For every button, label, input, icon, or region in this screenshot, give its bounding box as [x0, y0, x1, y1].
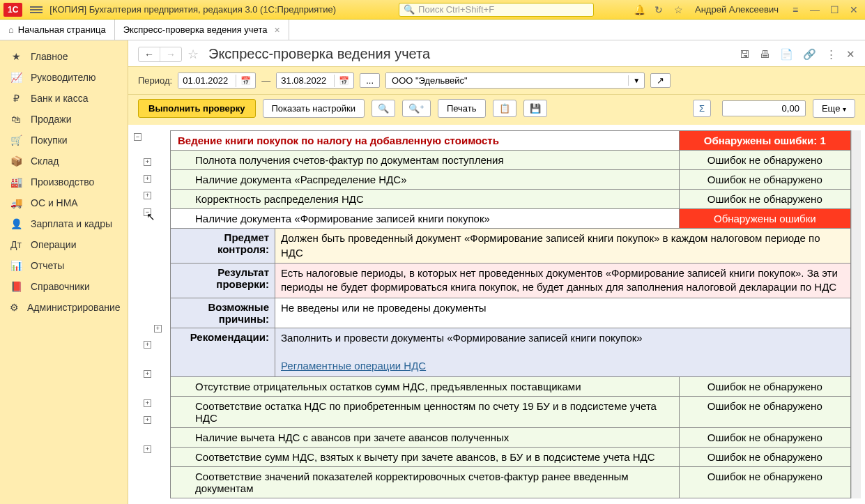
run-check-button[interactable]: Выполнить проверку — [138, 99, 256, 118]
sidebar-item[interactable]: 🏭Производство — [0, 171, 128, 192]
sum-icon[interactable]: Σ — [693, 100, 711, 117]
sidebar-icon: ₽ — [10, 93, 22, 104]
close-icon[interactable]: ✕ — [848, 4, 859, 15]
sidebar-item[interactable]: 📈Руководителю — [0, 67, 128, 88]
date-to-input[interactable] — [277, 73, 334, 88]
calendar-icon[interactable]: 📅 — [236, 75, 255, 87]
sidebar-icon: 📦 — [10, 155, 22, 167]
favorite-icon[interactable]: ☆ — [187, 47, 199, 62]
nav-arrows: ← → — [138, 47, 182, 62]
tree-expand-icon[interactable]: + — [144, 416, 151, 424]
nav-back-icon[interactable]: ← — [139, 47, 160, 61]
tree-expand-icon[interactable]: + — [144, 158, 151, 166]
history-icon[interactable]: ↻ — [653, 4, 664, 15]
sum-value: 0,00 — [722, 100, 806, 116]
calendar-icon[interactable]: 📅 — [334, 75, 353, 87]
menu-icon[interactable] — [30, 5, 43, 15]
sidebar-icon: 📊 — [10, 260, 22, 271]
check-name: Наличие документа «Формирование записей … — [171, 209, 680, 229]
logo-1c: 1C — [3, 3, 22, 17]
save-icon[interactable]: 🖫 — [740, 48, 750, 61]
detail-label: Предмет контроля: — [171, 229, 275, 264]
check-name: Полнота получения счетов-фактур по докум… — [171, 151, 680, 170]
tree-collapse-icon[interactable]: − — [134, 133, 141, 141]
detail-row: Рекомендации: Заполнить и провести докум… — [171, 328, 851, 376]
user-name[interactable]: Андрей Алексеевич — [695, 4, 779, 15]
home-icon: ⌂ — [8, 24, 14, 35]
print-button[interactable]: Печать — [438, 99, 486, 118]
recommendation-link[interactable]: Регламентные операции НДС — [281, 360, 426, 372]
maximize-icon[interactable]: ☐ — [829, 4, 840, 15]
sidebar-label: Руководителю — [31, 72, 95, 83]
global-search[interactable]: 🔍 Поиск Ctrl+Shift+F — [399, 3, 594, 17]
close-panel-icon[interactable]: ✕ — [846, 48, 855, 61]
preview-icon[interactable]: 📋 — [493, 100, 516, 117]
tree-collapse-icon[interactable]: − — [144, 208, 151, 216]
search-placeholder: Поиск Ctrl+Shift+F — [418, 4, 494, 15]
date-from[interactable]: 📅 — [178, 72, 256, 89]
vertical-scrollbar[interactable] — [851, 130, 861, 498]
chevron-down-icon: ▾ — [843, 105, 846, 113]
tab-strip: ⌂ Начальная страница Экспресс-проверка в… — [0, 20, 865, 40]
export-icon[interactable]: 📄 — [780, 48, 793, 61]
check-row: Полнота получения счетов-фактур по докум… — [171, 151, 851, 170]
star-icon[interactable]: ☆ — [673, 4, 684, 15]
sidebar-item[interactable]: ДтОперации — [0, 234, 128, 255]
minimize-icon[interactable]: — — [809, 4, 820, 15]
org-open-button[interactable]: ↗ — [650, 73, 671, 88]
save-report-icon[interactable]: 💾 — [523, 100, 547, 117]
sidebar-item[interactable]: 📊Отчеты — [0, 255, 128, 276]
org-input[interactable] — [386, 73, 628, 88]
sidebar: ★Главное📈Руководителю₽Банк и касса🛍Прода… — [0, 40, 128, 504]
more-button[interactable]: Еще ▾ — [813, 99, 855, 118]
period-picker-button[interactable]: ... — [360, 73, 380, 88]
link-icon[interactable]: 🔗 — [803, 48, 816, 61]
check-status-error: Обнаружены ошибки — [679, 209, 850, 229]
tree-expand-icon[interactable]: + — [144, 341, 151, 349]
sidebar-item[interactable]: ★Главное — [0, 46, 128, 67]
check-status: Ошибок не обнаружено — [679, 466, 850, 498]
sidebar-item[interactable]: 👤Зарплата и кадры — [0, 213, 128, 234]
sidebar-item[interactable]: ₽Банк и касса — [0, 88, 128, 109]
sidebar-icon: 📕 — [10, 281, 22, 292]
date-to[interactable]: 📅 — [276, 72, 354, 89]
content-header: ← → ☆ Экспресс-проверка ведения учета 🖫 … — [128, 40, 865, 66]
tab-express-check[interactable]: Экспресс-проверка ведения учета × — [115, 20, 289, 40]
check-status: Ошибок не обнаружено — [679, 151, 850, 170]
filter-icon[interactable]: ≡ — [790, 4, 801, 15]
header-right-icons: 🖫 🖶 📄 🔗 ⋮ ✕ — [740, 48, 855, 61]
tree-expand-icon[interactable]: + — [144, 192, 151, 199]
tab-home[interactable]: ⌂ Начальная страница — [0, 20, 115, 40]
sidebar-item[interactable]: 🛍Продажи — [0, 109, 128, 130]
sidebar-icon: 🛒 — [10, 135, 22, 146]
content-area: ← → ☆ Экспресс-проверка ведения учета 🖫 … — [128, 40, 865, 504]
dropdown-icon[interactable]: ▼ — [628, 75, 644, 86]
show-settings-button[interactable]: Показать настройки — [263, 99, 365, 118]
sidebar-item[interactable]: 📦Склад — [0, 151, 128, 171]
zoom-reset-icon[interactable]: 🔍⁺ — [402, 100, 431, 117]
tab-close-icon[interactable]: × — [274, 24, 280, 36]
zoom-in-icon[interactable]: 🔍 — [372, 100, 395, 117]
sidebar-icon: 🛍 — [10, 114, 22, 125]
date-from-input[interactable] — [178, 73, 236, 88]
action-toolbar: Выполнить проверку Показать настройки 🔍 … — [128, 95, 865, 125]
org-select[interactable]: ▼ — [385, 72, 645, 89]
tree-expand-icon[interactable]: + — [144, 370, 151, 378]
tree-expand-icon[interactable]: + — [154, 325, 162, 333]
tree-expand-icon[interactable]: + — [144, 175, 151, 183]
tree-expand-icon[interactable]: + — [144, 445, 151, 453]
kebab-icon[interactable]: ⋮ — [826, 48, 836, 61]
sidebar-item[interactable]: 📕Справочники — [0, 276, 128, 297]
bell-icon[interactable]: 🔔 — [634, 4, 645, 15]
print-icon[interactable]: 🖶 — [760, 48, 770, 61]
sidebar-label: Отчеты — [31, 260, 64, 271]
sidebar-label: Справочники — [31, 281, 90, 292]
sidebar-item[interactable]: 🚚ОС и НМА — [0, 192, 128, 213]
nav-forward-icon[interactable]: → — [160, 47, 181, 61]
check-status: Ошибок не обнаружено — [679, 190, 850, 209]
sidebar-item[interactable]: 🛒Покупки — [0, 130, 128, 151]
tree-expand-icon[interactable]: + — [144, 399, 151, 407]
period-toolbar: Период: 📅 — 📅 ... ▼ ↗ — [128, 66, 865, 95]
sidebar-item[interactable]: ⚙Администрирование — [0, 297, 128, 318]
sidebar-icon: 🏭 — [10, 176, 22, 188]
